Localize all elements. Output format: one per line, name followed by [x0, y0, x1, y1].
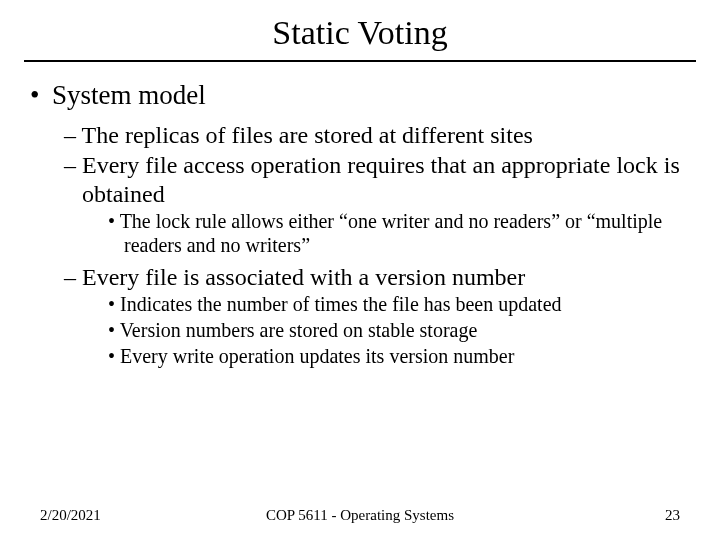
bullet-text: Version numbers are stored on stable sto… — [120, 319, 478, 341]
footer-course: COP 5611 - Operating Systems — [0, 507, 720, 524]
slide-footer: 2/20/2021 COP 5611 - Operating Systems 2… — [0, 507, 720, 524]
bullet-text: Indicates the number of times the file h… — [120, 293, 562, 315]
bullet-dot-icon: • — [30, 80, 52, 111]
bullet-level3: • Every write operation updates its vers… — [124, 345, 696, 369]
bullet-level3: • The lock rule allows either “one write… — [124, 210, 696, 257]
dash-icon: – — [64, 122, 82, 148]
dash-icon: – — [64, 264, 82, 290]
bullet-dot-icon: • — [108, 210, 120, 232]
bullet-text: The lock rule allows either “one writer … — [120, 210, 663, 256]
bullet-level1: •System model — [30, 80, 696, 111]
bullet-level2: – Every file is associated with a versio… — [82, 263, 696, 291]
bullet-level3: • Version numbers are stored on stable s… — [124, 319, 696, 343]
bullet-text: Every write operation updates its versio… — [120, 345, 514, 367]
bullet-text: Every file access operation requires tha… — [82, 152, 680, 206]
bullet-text: The replicas of files are stored at diff… — [82, 122, 533, 148]
bullet-dot-icon: • — [108, 345, 120, 367]
bullet-dot-icon: • — [108, 293, 120, 315]
title-divider — [24, 60, 696, 62]
footer-date: 2/20/2021 — [40, 507, 101, 524]
dash-icon: – — [64, 152, 82, 178]
bullet-level2: – Every file access operation requires t… — [82, 151, 696, 208]
bullet-text: System model — [52, 80, 206, 110]
bullet-text: Every file is associated with a version … — [82, 264, 525, 290]
bullet-level2: – The replicas of files are stored at di… — [82, 121, 696, 149]
bullet-level3: • Indicates the number of times the file… — [124, 293, 696, 317]
bullet-dot-icon: • — [108, 319, 120, 341]
footer-page-number: 23 — [665, 507, 680, 524]
slide-title: Static Voting — [24, 14, 696, 52]
